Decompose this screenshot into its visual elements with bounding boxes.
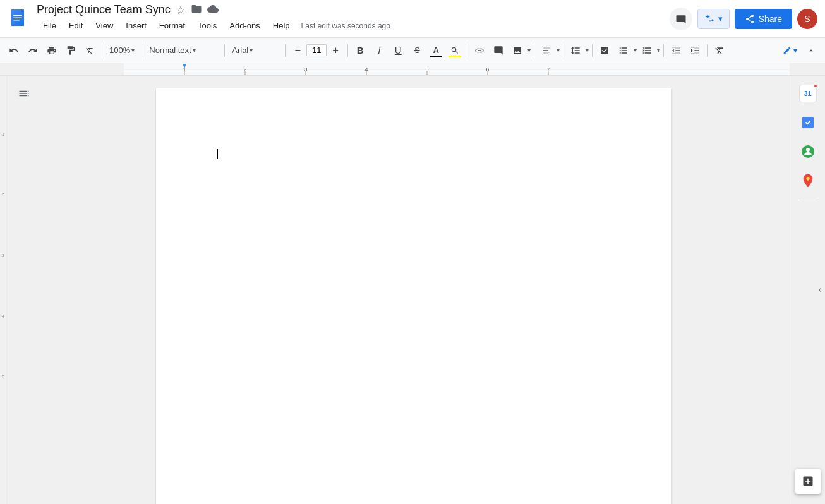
collapse-toolbar-button[interactable] (802, 42, 820, 59)
style-chevron-icon: ▾ (193, 47, 196, 54)
style-value: Normal text (149, 45, 191, 55)
divider-3 (224, 44, 225, 57)
svg-text:5: 5 (2, 374, 5, 380)
expand-panel-button[interactable] (815, 275, 825, 305)
share-label: Share (759, 14, 782, 24)
toolbar: 100% ▾ Normal text ▾ Arial ▾ − 11 + B I … (0, 38, 825, 63)
divider-8 (563, 44, 563, 57)
doc-title[interactable]: Project Quince Team Sync (37, 3, 171, 17)
divider-4 (285, 44, 286, 57)
font-size-input[interactable]: 11 (306, 44, 327, 56)
bullet-list-button[interactable] (615, 42, 632, 59)
google-tasks-button[interactable] (795, 110, 821, 135)
google-maps-button[interactable] (795, 168, 821, 193)
doc-area[interactable] (38, 76, 790, 504)
font-dropdown[interactable]: Arial ▾ (228, 42, 282, 59)
share-button[interactable]: Share (735, 9, 792, 29)
divider-7 (534, 44, 534, 57)
svg-rect-4 (13, 20, 20, 21)
menu-file[interactable]: File (37, 17, 63, 34)
document-page[interactable] (156, 88, 671, 504)
checklist-button[interactable] (596, 42, 613, 59)
svg-rect-2 (13, 15, 22, 16)
image-dropdown-arrow[interactable]: ▾ (527, 47, 531, 54)
highlight-color-button[interactable] (446, 42, 464, 59)
undo-button[interactable] (5, 42, 23, 59)
text-color-bar (430, 56, 442, 57)
title-bar: Project Quince Team Sync ☆ File Edit Vie… (0, 0, 825, 38)
magic-edit-button[interactable]: ▾ (697, 9, 730, 29)
align-button[interactable] (538, 42, 555, 59)
divider-11 (707, 44, 708, 57)
line-spacing-dropdown-arrow[interactable]: ▾ (586, 47, 589, 54)
zoom-chevron-icon: ▾ (131, 47, 135, 54)
text-cursor (217, 149, 218, 159)
svg-point-31 (806, 148, 810, 152)
italic-button[interactable]: I (370, 42, 388, 59)
editing-mode-button[interactable]: ▾ (779, 42, 801, 59)
divider-5 (347, 44, 348, 57)
decrease-font-button[interactable]: − (289, 42, 306, 59)
font-chevron-icon: ▾ (250, 47, 253, 54)
line-spacing-button[interactable] (567, 42, 584, 59)
cloud-icon[interactable] (207, 3, 219, 17)
doc-icon (8, 8, 30, 30)
decrease-indent-button[interactable] (667, 42, 685, 59)
star-icon[interactable]: ☆ (176, 3, 186, 17)
ruler: 1 2 3 4 5 6 7 (124, 63, 790, 75)
ruler-right-pad (790, 63, 825, 75)
style-dropdown[interactable]: Normal text ▾ (145, 42, 221, 59)
outline-button[interactable] (14, 83, 34, 104)
svg-text:2: 2 (2, 192, 5, 198)
zoom-dropdown[interactable]: 100% ▾ (105, 42, 138, 59)
increase-indent-button[interactable] (686, 42, 704, 59)
divider-10 (663, 44, 664, 57)
floating-add-button[interactable] (795, 469, 821, 494)
underline-button[interactable]: U (389, 42, 407, 59)
clear-all-format-button[interactable] (711, 42, 728, 59)
left-ruler: 1 2 3 4 5 (0, 76, 8, 504)
menu-help[interactable]: Help (267, 17, 296, 34)
increase-font-button[interactable]: + (327, 42, 344, 59)
folder-icon[interactable] (191, 3, 202, 17)
strikethrough-button[interactable]: S (408, 42, 426, 59)
google-calendar-button[interactable]: 31 (795, 81, 821, 106)
menu-view[interactable]: View (89, 17, 119, 34)
numbered-list-button[interactable] (638, 42, 656, 59)
align-dropdown-arrow[interactable]: ▾ (557, 47, 560, 54)
title-area: Project Quince Team Sync ☆ File Edit Vie… (37, 3, 670, 34)
insert-comment-button[interactable] (490, 42, 507, 59)
divider-1 (102, 44, 102, 57)
ruler-left-pad (0, 63, 124, 75)
left-sidebar: 1 2 3 4 5 (0, 76, 38, 504)
user-avatar[interactable]: S (797, 9, 817, 29)
divider-9 (592, 44, 593, 57)
magic-edit-label: ▾ (718, 14, 723, 23)
google-contacts-button[interactable] (795, 139, 821, 164)
menu-addons[interactable]: Add-ons (223, 17, 266, 34)
ruler-container: 1 2 3 4 5 6 7 (0, 63, 825, 76)
editing-label: ▾ (793, 46, 797, 55)
format-paint-button[interactable] (62, 42, 80, 59)
divider-6 (467, 44, 467, 57)
link-button[interactable] (471, 42, 488, 59)
bold-button[interactable]: B (351, 42, 369, 59)
calendar-date: 31 (804, 90, 811, 97)
print-button[interactable] (43, 42, 61, 59)
menu-tools[interactable]: Tools (191, 17, 223, 34)
bullet-dropdown-arrow[interactable]: ▾ (634, 47, 637, 54)
clear-format-small-button[interactable] (81, 42, 99, 59)
comment-button[interactable] (670, 8, 692, 30)
menu-format[interactable]: Format (153, 17, 191, 34)
svg-rect-22 (0, 76, 8, 504)
zoom-value: 100% (109, 45, 130, 55)
redo-button[interactable] (24, 42, 42, 59)
menu-insert[interactable]: Insert (119, 17, 153, 34)
svg-text:4: 4 (2, 313, 5, 319)
text-color-button[interactable]: A (427, 42, 445, 59)
numbered-dropdown-arrow[interactable]: ▾ (657, 47, 660, 54)
svg-rect-5 (124, 63, 790, 75)
right-sidebar: 31 (790, 76, 825, 504)
insert-image-button[interactable] (509, 42, 526, 59)
menu-edit[interactable]: Edit (63, 17, 89, 34)
